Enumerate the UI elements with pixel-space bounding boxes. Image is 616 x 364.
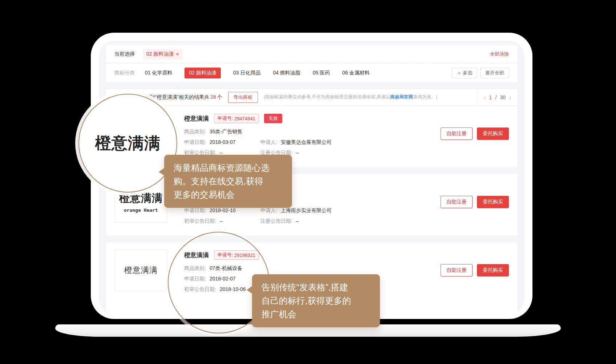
tooltip-line: 推广机会 (262, 307, 370, 321)
tooltip-line: 更多的交易机会 (174, 188, 283, 201)
field-value: 35类-广告销售 (210, 129, 242, 134)
trademark-name: 橙意满满 (184, 114, 209, 123)
entrust-buy-button[interactable]: 委托购买 (477, 264, 509, 276)
next-page-icon[interactable]: › (509, 94, 511, 101)
tooltip-line: 告别传统“发表格”,搭建 (262, 280, 370, 294)
self-register-button[interactable]: 自助注册 (441, 264, 473, 276)
category-actions: ＋ 多选 展开全部 (452, 68, 509, 78)
results-disclaimer: (商标检索结果仅供参考,不作为商标能否注册的法律依据;具体以商标局官网查询为准。… (264, 94, 437, 100)
thumbnail-main-text: 橙意满满 (119, 191, 163, 206)
field-category: 商品类别:35类-广告销售 (184, 129, 441, 135)
results-unit: 个 (217, 94, 222, 100)
trademark-office-link[interactable]: 商标局官网 (390, 94, 413, 100)
category-item-04[interactable]: 04 燃料油脂 (273, 70, 300, 76)
field-value: – (296, 150, 299, 155)
selected-filter-tag[interactable]: 02 颜料油漆 × (143, 49, 183, 59)
field-publications: 初审公告日期:–注册公告日期:– (184, 218, 441, 225)
row-actions: 自助注册 委托购买 (441, 128, 509, 140)
self-register-button[interactable]: 自助注册 (441, 128, 473, 140)
tag-close-icon[interactable]: × (176, 51, 179, 57)
row-actions: 自助注册 委托购买 (441, 196, 509, 208)
category-item-05[interactable]: 05 医药 (313, 70, 330, 76)
disclaimer-pre: (商标检索结果仅供参考,不作为商标能否注册的法律依据;具体以 (264, 94, 390, 100)
pagination: ‹ 1 / 30 › (477, 89, 518, 105)
current-page: 1 (489, 94, 492, 100)
field-dates: 申请日期:2018-02-10申请人:上海雨步实业有限公司 (184, 207, 441, 214)
field-label: 申请日期: (184, 207, 206, 213)
app-no-label: 申请号: (218, 115, 233, 122)
expand-all-button[interactable]: 展开全部 (481, 68, 509, 78)
field-label: 初审公告日期: (184, 218, 216, 224)
magnified-trademark-text: 橙意满满 (95, 133, 161, 154)
magnifier-circle-1: 橙意满满 (78, 94, 177, 193)
results-header-left: 当前分类下检索到“橙意满满”相关的结果共28个 导出商标 (商标检索结果仅供参考… (106, 89, 477, 105)
row-actions: 自助注册 委托购买 (441, 264, 509, 276)
application-number-badge: 申请号: 29474941 (214, 114, 259, 123)
field-value: 2018-03-07 (210, 139, 236, 145)
field-label: 申请日期: (184, 139, 206, 145)
export-trademark-button[interactable]: 导出商标 (228, 92, 258, 103)
field-dates: 申请日期:2018-03-07申请人:安徽美达会展有限公司 (184, 139, 441, 146)
clear-all-button[interactable]: 全部清除 (490, 51, 509, 57)
field-value: – (296, 218, 299, 224)
self-register-button[interactable]: 自助注册 (441, 196, 473, 208)
field-label: 商品类别: (184, 129, 206, 134)
field-value: 安徽美达会展有限公司 (281, 139, 332, 145)
category-label: 商标分类 (114, 70, 135, 76)
tooltip-line: 购。支持在线交易,获得 (174, 174, 283, 188)
status-badge: 无效 (264, 114, 282, 123)
page: 当前选择 02 颜料油漆 × 全部清除 商标分类 01 化学原料 02 颜料油漆… (0, 0, 616, 364)
field-label: 注册公告日期: (260, 218, 292, 224)
current-selection-label: 当前选择 (114, 51, 135, 57)
selected-filter-tag-label: 02 颜料油漆 (146, 51, 174, 57)
multi-select-button[interactable]: ＋ 多选 (452, 68, 477, 78)
thumbnail-main-text: 橙意满满 (124, 265, 158, 276)
app-no-value: 29474941 (234, 116, 255, 121)
tooltip-line: 自己的标行,获得更多的 (262, 294, 370, 307)
field-value: 上海雨步实业有限公司 (281, 207, 332, 213)
page-separator: / (495, 94, 497, 100)
disclaimer-post: 查询为准。) (413, 94, 437, 100)
category-item-03[interactable]: 03 日化用品 (233, 70, 260, 76)
trademark-thumbnail: 橙意满满 (114, 250, 167, 291)
trademark-title-line: 橙意满满 申请号: 29474941 无效 (184, 114, 441, 123)
total-pages: 30 (500, 94, 506, 100)
prev-page-icon[interactable]: ‹ (483, 94, 486, 101)
field-value: 2018-02-10 (210, 207, 236, 213)
field-value: – (220, 218, 223, 224)
filter-card: 当前选择 02 颜料油漆 × 全部清除 商标分类 01 化学原料 02 颜料油漆… (105, 44, 518, 83)
category-row: 商标分类 01 化学原料 02 颜料油漆 03 日化用品 04 燃料油脂 05 … (106, 64, 518, 82)
category-item-01[interactable]: 01 化学原料 (145, 70, 172, 76)
thumbnail-sub-text: orange Heart (124, 207, 158, 213)
trademark-details: 橙意满满 申请号: 29474941 无效 商品类别:35类-广告销售 申请日期… (184, 113, 441, 160)
category-item-06[interactable]: 06 金属材料 (342, 70, 369, 76)
category-item-02-selected[interactable]: 02 颜料油漆 (185, 68, 220, 78)
entrust-buy-button[interactable]: 委托购买 (477, 196, 509, 208)
entrust-buy-button[interactable]: 委托购买 (477, 128, 509, 140)
tooltip-line: 海量精品商标资源随心选 (174, 161, 283, 174)
current-selection-row: 当前选择 02 颜料油漆 × 全部清除 (106, 45, 518, 64)
field-label: 申请人: (260, 207, 277, 213)
field-label: 申请人: (260, 139, 277, 145)
results-count: 28 (210, 94, 216, 100)
tooltip-marketplace: 海量精品商标资源随心选 购。支持在线交易,获得 更多的交易机会 (164, 155, 292, 208)
tooltip-promotion: 告别传统“发表格”,搭建 自己的标行,获得更多的 推广机会 (252, 274, 380, 327)
results-header: 当前分类下检索到“橙意满满”相关的结果共28个 导出商标 (商标检索结果仅供参考… (106, 89, 518, 106)
